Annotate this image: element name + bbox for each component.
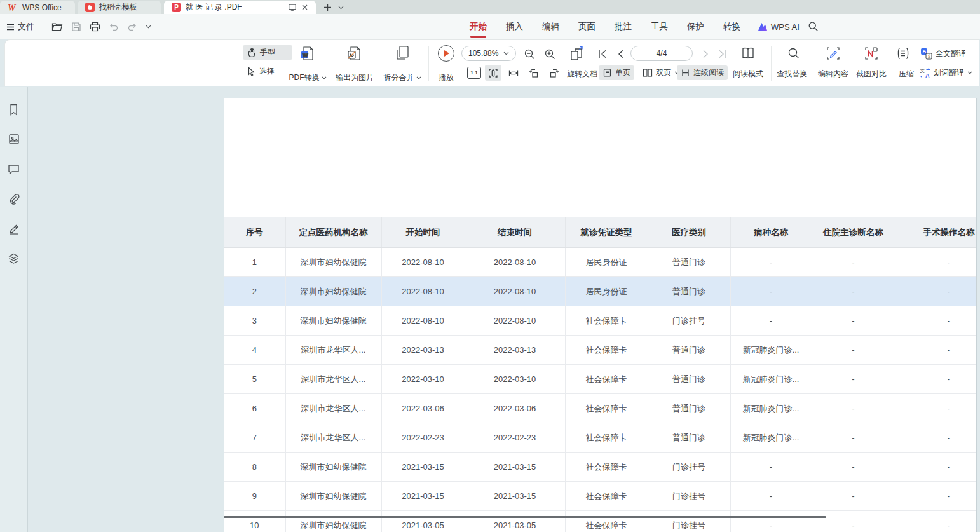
table-cell: 2022-08-10 <box>381 306 465 336</box>
file-menu-button[interactable]: 文件 <box>6 21 34 32</box>
export-image-label: 输出为图片 <box>336 72 374 83</box>
tab-wps-office[interactable]: W WPS Office <box>0 1 75 14</box>
svg-text:文: 文 <box>927 53 932 59</box>
table-cell: - <box>812 365 895 394</box>
new-tab-plus-icon[interactable] <box>323 3 332 11</box>
pdf-convert-button[interactable]: W PDF转换 <box>285 44 330 85</box>
rotate-left-button[interactable] <box>526 65 542 81</box>
continuous-read-button[interactable]: 连续阅读 <box>677 65 728 80</box>
play-label: 播放 <box>439 72 454 83</box>
nav-last-page-button[interactable] <box>715 46 730 62</box>
wps-ai-logo-icon <box>758 22 768 31</box>
tab-docer-templates[interactable]: 找稻壳模板 <box>78 1 161 14</box>
comment-icon[interactable] <box>6 161 22 177</box>
fit-page-button[interactable] <box>485 65 501 81</box>
export-image-button[interactable]: 输出为图片 <box>330 44 379 85</box>
open-folder-icon[interactable] <box>51 22 63 32</box>
fit-width-button[interactable] <box>505 65 522 81</box>
menu-item[interactable]: 编辑 <box>542 14 559 39</box>
find-replace-button[interactable] <box>786 45 802 62</box>
wps-logo-icon: W <box>8 3 18 12</box>
play-button[interactable]: 播放 <box>432 44 460 85</box>
table-cell: - <box>812 336 895 365</box>
table-cell: 2022-08-10 <box>381 248 465 277</box>
vertical-scrollbar-track[interactable] <box>976 98 977 532</box>
thumbnails-icon[interactable] <box>6 131 22 147</box>
table-cell: - <box>730 248 812 277</box>
table-cell: - <box>730 277 812 306</box>
table-cell: 7 <box>224 423 285 453</box>
chevron-down-icon[interactable] <box>146 25 151 29</box>
table-cell: - <box>812 277 895 306</box>
menu-item[interactable]: 保护 <box>687 14 704 39</box>
export-image-icon <box>347 45 362 62</box>
nav-next-page-button[interactable] <box>698 46 713 62</box>
search-icon[interactable] <box>808 21 819 32</box>
table-cell: - <box>812 511 895 532</box>
monitor-icon[interactable] <box>288 3 297 11</box>
page-number-input[interactable] <box>630 46 693 61</box>
menu-item[interactable]: 批注 <box>615 14 632 39</box>
read-mode-button[interactable] <box>739 44 757 62</box>
annotate-pen-icon[interactable] <box>6 221 22 237</box>
table-row: 4深圳市龙华区人...2022-03-132022-03-13社会保障卡普通门诊… <box>224 336 976 365</box>
single-page-button[interactable]: 单页 <box>599 65 634 80</box>
zoom-out-button[interactable] <box>521 46 538 62</box>
table-row: 8深圳市妇幼保健院2021-03-152021-03-15社会保障卡门诊挂号--… <box>224 453 976 482</box>
bookmark-icon[interactable] <box>6 101 22 118</box>
svg-text:A: A <box>925 72 930 78</box>
table-cell: 社会保障卡 <box>565 482 648 511</box>
table-cell: 2022-08-10 <box>465 306 565 336</box>
table-cell: 2021-03-15 <box>381 453 465 482</box>
menu-wps-ai[interactable]: WPS AI <box>758 14 800 39</box>
continuous-read-label: 连续阅读 <box>693 67 724 78</box>
nav-first-page-button[interactable] <box>595 46 610 62</box>
tab-label: 找稻壳模板 <box>99 2 153 13</box>
swap-pages-button[interactable] <box>568 45 587 63</box>
edit-content-button[interactable] <box>825 45 841 62</box>
attachment-icon[interactable] <box>6 191 22 207</box>
table-cell: 2021-03-15 <box>465 482 565 511</box>
layers-icon[interactable] <box>6 250 22 267</box>
table-cell: 2 <box>224 277 285 306</box>
undo-icon[interactable] <box>109 22 119 31</box>
svg-text:文: 文 <box>920 68 925 74</box>
chevron-down-icon[interactable] <box>338 6 344 10</box>
ribbon-toolbar: 手型 选择 W PDF转换 输出为图片 拆分合并 播放 105.88% <box>4 39 979 86</box>
close-icon[interactable] <box>301 4 308 11</box>
zoom-in-button[interactable] <box>541 46 558 62</box>
split-merge-button[interactable]: 拆分合并 <box>380 44 425 85</box>
table-cell: 社会保障卡 <box>565 453 648 482</box>
word-translate-button[interactable]: 文A 划词翻译 <box>916 65 976 80</box>
menu-item[interactable]: 开始 <box>470 14 487 39</box>
actual-size-button[interactable]: 1:1 <box>467 67 481 79</box>
print-icon[interactable] <box>90 22 100 32</box>
menu-item[interactable]: 页面 <box>578 14 595 39</box>
redo-icon[interactable] <box>127 22 137 31</box>
menu-item[interactable]: 工具 <box>651 14 668 39</box>
tab-medical-record-pdf[interactable]: P 就 医 记 录 .PDF <box>164 1 316 14</box>
compress-button[interactable] <box>895 45 911 62</box>
table-cell: 社会保障卡 <box>565 511 648 532</box>
column-header: 定点医药机构名称 <box>285 217 381 248</box>
table-cell: 普通门诊 <box>648 336 730 365</box>
menu-item[interactable]: 插入 <box>506 14 523 39</box>
chevron-down-icon <box>322 76 327 79</box>
screenshot-compare-button[interactable] <box>863 45 880 62</box>
column-header: 就诊凭证类型 <box>565 217 648 248</box>
edit-pencil-icon <box>826 46 840 60</box>
save-icon[interactable] <box>71 22 81 32</box>
table-cell: 2021-03-15 <box>465 453 565 482</box>
column-header: 医疗类别 <box>648 217 730 248</box>
full-translate-button[interactable]: A文 全文翻译 <box>918 46 969 61</box>
fit-width-icon <box>508 67 519 79</box>
rotate-right-button[interactable] <box>546 65 562 81</box>
table-cell: 社会保障卡 <box>565 394 648 423</box>
menu-item[interactable]: 转换 <box>723 14 740 39</box>
double-page-icon <box>643 68 653 78</box>
zoom-level-select[interactable]: 105.88% <box>461 46 516 61</box>
table-cell: 5 <box>224 365 285 394</box>
screenshot-compare-icon <box>864 46 878 60</box>
horizontal-scrollbar[interactable] <box>224 516 826 518</box>
nav-prev-page-button[interactable] <box>613 46 629 62</box>
